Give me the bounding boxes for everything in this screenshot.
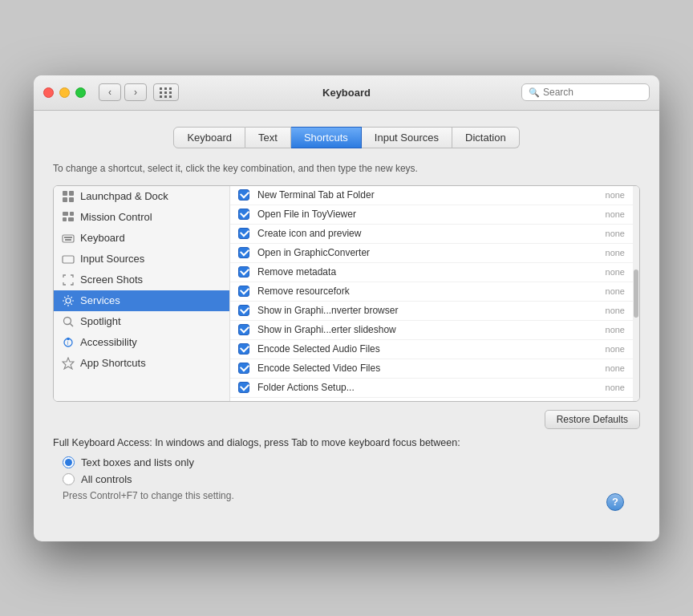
sidebar-item-label: Accessibility (80, 336, 137, 348)
spotlight-icon (62, 315, 75, 328)
sidebar-item-label: Keyboard (80, 232, 125, 244)
shortcut-key: none (606, 209, 625, 219)
sidebar-item-services[interactable]: Services (54, 290, 229, 311)
tab-dictation[interactable]: Dictation (452, 127, 520, 148)
shortcut-row[interactable]: Encode Selected Audio Filesnone (230, 340, 633, 359)
shortcut-row[interactable]: Open in GraphicConverternone (230, 244, 633, 263)
shortcut-name: Folder Actions Setup... (257, 382, 599, 393)
svg-marker-22 (63, 358, 74, 369)
back-button[interactable]: ‹ (99, 83, 121, 101)
shortcut-row[interactable]: Remove resourceforknone (230, 282, 633, 302)
shortcut-checkbox[interactable] (238, 305, 249, 316)
sidebar-item-accessibility[interactable]: i Accessibility (54, 332, 229, 353)
svg-point-17 (64, 317, 71, 324)
sidebar-item-label: Mission Control (80, 211, 152, 223)
nav-buttons: ‹ › (99, 83, 147, 101)
shortcut-row[interactable]: Encode Selected Video Filesnone (230, 359, 633, 379)
search-box[interactable]: 🔍 (521, 83, 650, 101)
shortcut-checkbox[interactable] (238, 209, 249, 220)
restore-defaults-button[interactable]: Restore Defaults (545, 410, 640, 429)
radio-label-text-boxes: Text boxes and lists only (81, 456, 194, 468)
svg-rect-9 (64, 237, 66, 238)
tab-text[interactable]: Text (245, 127, 291, 148)
maximize-button[interactable] (75, 87, 86, 98)
svg-text:i: i (67, 339, 69, 345)
minimize-button[interactable] (59, 87, 70, 98)
sidebar-item-screen-shots[interactable]: Screen Shots (54, 270, 229, 290)
svg-rect-11 (71, 237, 72, 238)
scrollbar-thumb[interactable] (634, 270, 638, 318)
svg-rect-0 (63, 191, 67, 196)
sidebar-item-keyboard[interactable]: Keyboard (54, 228, 229, 249)
sidebar-item-input-sources[interactable]: Input Sources (54, 249, 229, 270)
keyboard-access-hint: Press Control+F7 to change this setting. (53, 490, 640, 501)
shortcuts-list: New Terminal Tab at FoldernoneOpen File … (230, 186, 633, 401)
keyboard-access-section: Full Keyboard Access: In windows and dia… (53, 437, 640, 501)
svg-rect-2 (63, 197, 67, 202)
scrollbar[interactable] (633, 186, 639, 401)
radio-text-boxes[interactable]: Text boxes and lists only (53, 456, 640, 468)
radio-all-controls[interactable]: All controls (53, 473, 640, 485)
shortcut-row[interactable]: New Terminal Tab at Foldernone (230, 186, 633, 205)
shortcut-row[interactable]: GraphicConver...on and previewnone (230, 398, 633, 401)
shortcut-checkbox[interactable] (238, 228, 249, 239)
shortcut-row[interactable]: Show in Graphi...nverter browsernone (230, 302, 633, 321)
shortcut-row[interactable]: Remove metadatanone (230, 263, 633, 282)
radio-button-all-controls[interactable] (63, 473, 75, 485)
radio-label-all-controls: All controls (81, 473, 132, 485)
shortcut-row[interactable]: Open File in ToyViewernone (230, 205, 633, 225)
bottom-bar: ? (53, 501, 640, 525)
shortcut-checkbox[interactable] (238, 382, 249, 393)
keyboard-window: ‹ › Keyboard 🔍 Keyboard Text Shortcuts I… (34, 75, 659, 541)
shortcut-key: none (606, 383, 625, 392)
sidebar: Launchpad & Dock Mission Control Keyboar… (54, 186, 230, 401)
shortcut-checkbox[interactable] (238, 189, 249, 201)
sidebar-item-spotlight[interactable]: Spotlight (54, 311, 229, 332)
shortcut-key: none (606, 325, 625, 334)
search-icon: 🔍 (529, 87, 540, 98)
shortcut-name: Encode Selected Video Files (257, 363, 599, 374)
shortcut-row[interactable]: Folder Actions Setup...none (230, 379, 633, 398)
shortcut-name: Encode Selected Audio Files (257, 343, 599, 355)
titlebar: ‹ › Keyboard 🔍 (34, 75, 659, 111)
svg-rect-5 (70, 212, 74, 216)
tab-shortcuts[interactable]: Shortcuts (291, 127, 362, 148)
shortcut-key: none (606, 267, 625, 277)
forward-button[interactable]: › (124, 83, 147, 101)
shortcut-key: none (606, 229, 625, 238)
shortcut-key: none (606, 286, 625, 296)
shortcut-key: none (606, 363, 625, 373)
search-input[interactable] (543, 87, 642, 98)
sidebar-item-label: Input Sources (80, 253, 144, 265)
sidebar-item-label: Services (80, 294, 120, 306)
shortcut-checkbox[interactable] (238, 343, 249, 355)
window-title: Keyboard (322, 87, 371, 99)
close-button[interactable] (43, 87, 54, 98)
svg-rect-6 (63, 217, 67, 221)
restore-defaults-row: Restore Defaults (53, 410, 640, 429)
shortcut-key: none (606, 190, 625, 200)
shortcut-name: Remove metadata (257, 266, 599, 278)
radio-button-text-boxes[interactable] (63, 456, 75, 468)
accessibility-icon: i (62, 336, 75, 349)
sidebar-item-app-shortcuts[interactable]: App Shortcuts (54, 353, 229, 374)
svg-rect-14 (65, 239, 71, 241)
tab-input-sources[interactable]: Input Sources (362, 127, 452, 148)
shortcut-checkbox[interactable] (238, 266, 249, 278)
help-button[interactable]: ? (606, 493, 624, 511)
grid-button[interactable] (153, 83, 179, 101)
shortcut-row[interactable]: Show in Graphi...erter slideshownone (230, 321, 633, 340)
shortcut-checkbox[interactable] (238, 363, 249, 374)
shortcut-row[interactable]: Create icon and previewnone (230, 225, 633, 244)
sidebar-item-mission-control[interactable]: Mission Control (54, 207, 229, 228)
shortcut-checkbox[interactable] (238, 324, 249, 335)
mission-control-icon (62, 211, 75, 224)
shortcut-name: Show in Graphi...nverter browser (257, 305, 599, 316)
sidebar-item-launchpad[interactable]: Launchpad & Dock (54, 186, 229, 207)
shortcut-key: none (606, 248, 625, 257)
shortcut-checkbox[interactable] (238, 286, 249, 297)
tab-keyboard[interactable]: Keyboard (173, 127, 245, 148)
shortcut-checkbox[interactable] (238, 247, 249, 258)
svg-rect-10 (67, 237, 69, 238)
shortcut-name: Create icon and preview (257, 228, 599, 239)
